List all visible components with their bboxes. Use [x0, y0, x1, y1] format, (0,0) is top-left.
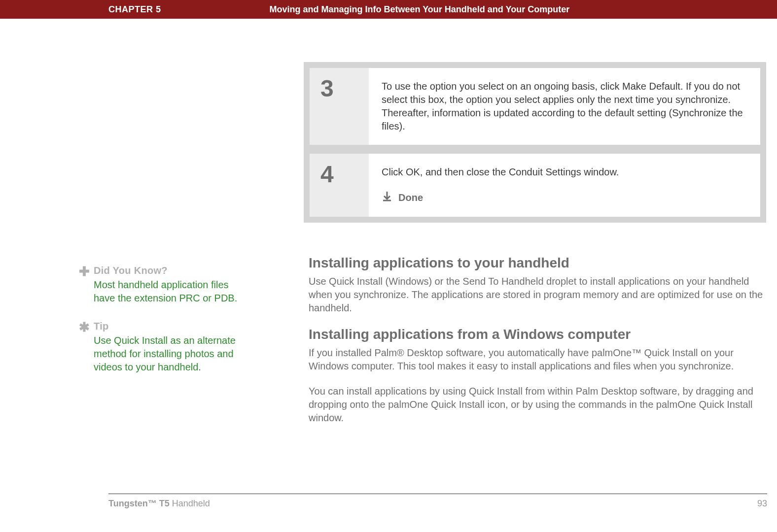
steps-panel: 3 To use the option you select on an ong… — [304, 62, 766, 223]
step-text: Click OK, and then close the Conduit Set… — [382, 166, 619, 177]
plus-icon: ✚ — [79, 265, 94, 305]
done-arrow-icon — [382, 191, 392, 205]
section-heading: Installing applications to your handheld — [309, 255, 767, 271]
footer-rule — [108, 494, 767, 494]
step-row: 4 Click OK, and then close the Conduit S… — [310, 154, 760, 217]
article: Installing applications to your handheld… — [309, 255, 767, 436]
product-name: Tungsten™ T5 Handheld — [108, 499, 210, 509]
page-number: 93 — [757, 499, 767, 509]
sidebar-did-you-know: ✚ Did You Know? Most handheld applicatio… — [79, 265, 247, 305]
sidebar-body: Most handheld application files have the… — [94, 278, 247, 305]
header-bar: CHAPTER 5 Moving and Managing Info Betwe… — [0, 0, 777, 19]
done-row: Done — [382, 191, 747, 205]
footer: Tungsten™ T5 Handheld 93 — [108, 499, 767, 509]
chapter-label: CHAPTER 5 — [108, 4, 161, 15]
section-paragraph: If you installed Palm® Desktop software,… — [309, 346, 767, 373]
step-body: To use the option you select on an ongoi… — [369, 68, 760, 145]
section-heading: Installing applications from a Windows c… — [309, 327, 767, 342]
sidebar-heading: Did You Know? — [94, 265, 247, 276]
sidebar-heading: Tip — [94, 321, 247, 332]
step-number: 4 — [310, 154, 369, 217]
sidebar-tip: ✱ Tip Use Quick Install as an alternate … — [79, 321, 247, 374]
sidebar-body: Use Quick Install as an alternate method… — [94, 334, 247, 374]
page-title: Moving and Managing Info Between Your Ha… — [270, 4, 570, 15]
done-label: Done — [398, 191, 423, 204]
section-paragraph: Use Quick Install (Windows) or the Send … — [309, 275, 767, 315]
asterisk-icon: ✱ — [79, 321, 94, 374]
step-number: 3 — [310, 68, 369, 145]
product-bold: Tungsten™ T5 — [108, 499, 170, 508]
section-paragraph: You can install applications by using Qu… — [309, 385, 767, 425]
page-body: ✚ Did You Know? Most handheld applicatio… — [0, 19, 777, 532]
step-row: 3 To use the option you select on an ong… — [310, 68, 760, 145]
step-body: Click OK, and then close the Conduit Set… — [369, 154, 760, 217]
sidebar: ✚ Did You Know? Most handheld applicatio… — [79, 265, 247, 390]
product-rest: Handheld — [170, 499, 210, 508]
